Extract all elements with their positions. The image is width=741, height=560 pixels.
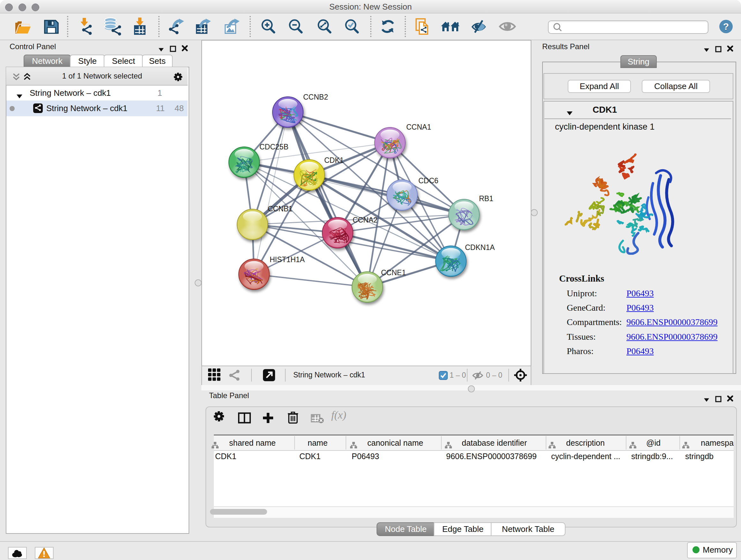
svg-text:HIST1H1A: HIST1H1A [270, 255, 305, 264]
svg-text:CDC25B: CDC25B [259, 143, 288, 151]
svg-text:CCNA2: CCNA2 [353, 216, 378, 224]
svg-text:CDC6: CDC6 [418, 177, 439, 185]
svg-text:CCNB2: CCNB2 [303, 93, 328, 101]
svg-text:CCNB1: CCNB1 [268, 205, 293, 213]
svg-text:CDKN1A: CDKN1A [465, 243, 495, 252]
svg-text:CDK1: CDK1 [324, 156, 344, 165]
svg-text:CCNE1: CCNE1 [381, 268, 406, 277]
svg-text:CCNA1: CCNA1 [406, 123, 431, 131]
svg-text:RB1: RB1 [479, 194, 493, 203]
